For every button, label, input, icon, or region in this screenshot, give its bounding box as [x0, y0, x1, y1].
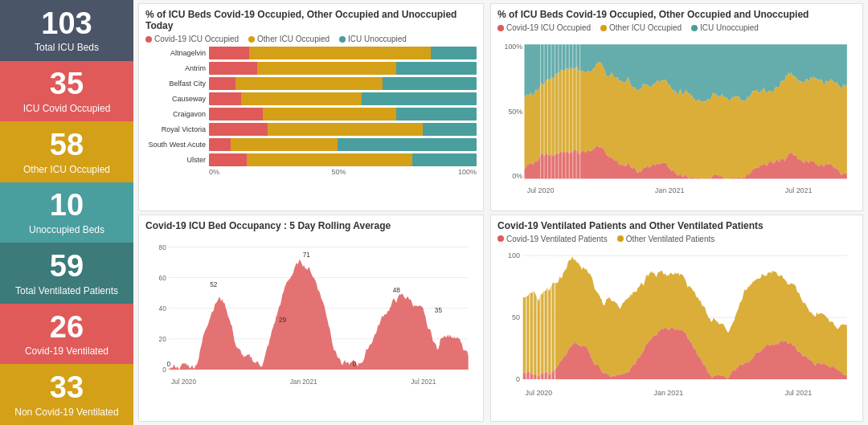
x-label: Jul 2021: [784, 389, 812, 397]
bar-label: Antrim: [145, 64, 206, 72]
bar-track: [209, 108, 477, 121]
stat-card: 26 Covid-19 Ventilated: [0, 304, 133, 365]
bar-segment-covid: [209, 138, 231, 151]
stat-label: Total ICU Beds: [35, 42, 99, 53]
stat-number: 33: [50, 371, 84, 405]
bar-row: Causeway: [145, 92, 477, 105]
bar-segment-covid: [209, 108, 263, 121]
bar-track: [209, 138, 477, 151]
legend-dot: [497, 25, 504, 31]
annotation: 29: [279, 316, 287, 323]
x-label: Jan 2021: [654, 389, 684, 397]
bar-segment-other: [231, 138, 338, 151]
legend-item: Other ICU Occupied: [248, 35, 330, 43]
stat-card: 103 Total ICU Beds: [0, 0, 133, 61]
bar-segment-unoccupied: [396, 108, 477, 121]
stat-number: 35: [50, 67, 84, 101]
legend-label: Covid-19 ICU Occupied: [506, 23, 591, 32]
bottom-left-title: Covid-19 ICU Bed Occupancy : 5 Day Rolli…: [145, 220, 477, 231]
legend-dot: [617, 235, 624, 242]
bar-segment-other: [235, 77, 383, 90]
bar-label: Ulster: [145, 156, 206, 164]
legend-label: Other Ventilated Patients: [626, 235, 715, 243]
bar-track: [209, 92, 477, 105]
legend-dot: [497, 235, 504, 242]
bar-segment-covid: [209, 92, 241, 105]
main-content: % of ICU Beds Covid-19 Occupied, Other O…: [133, 0, 868, 425]
bar-segment-unoccupied: [396, 62, 477, 75]
x-label: Jul 2020: [171, 378, 197, 386]
bar-label: Royal Victoria: [145, 125, 206, 133]
legend-dot: [691, 25, 698, 31]
bottom-right-chart-panel: Covid-19 Ventilated Patients and Other V…: [490, 215, 863, 423]
stat-number: 59: [50, 250, 84, 284]
stat-label: Total Ventilated Patients: [15, 285, 118, 296]
bar-row: Craigavon: [145, 108, 477, 121]
bar-segment-covid: [209, 77, 235, 90]
stat-number: 58: [50, 129, 84, 162]
legend-dot: [248, 36, 255, 43]
bottom-right-svg: 0 50 100 Jul 2020 Jan 2021 Jul 2021: [497, 247, 856, 399]
bar-chart-body: Altnagelvin Antrim Belfast City Causeway…: [145, 47, 477, 166]
annotation: 52: [210, 280, 218, 288]
bar-segment-covid: [209, 47, 249, 59]
bar-x-axis: 0%50%100%: [209, 168, 477, 176]
top-right-chart-panel: % of ICU Beds Covid-19 Occupied, Other O…: [490, 3, 863, 211]
bottom-right-legend: Covid-19 Ventilated PatientsOther Ventil…: [497, 235, 856, 243]
y-label: 100: [508, 251, 520, 259]
bar-row: Antrim: [145, 62, 477, 75]
legend-label: Other ICU Occupied: [609, 23, 682, 32]
bottom-left-svg: 0 20 40 60 80 052297104835 Jul 2020 Jan …: [145, 235, 477, 388]
bar-segment-other: [241, 92, 362, 105]
bar-segment-unoccupied: [383, 77, 477, 90]
stat-card: 35 ICU Covid Occupied: [0, 61, 133, 122]
y-label: 60: [159, 274, 167, 281]
bar-segment-unoccupied: [423, 123, 477, 136]
legend-label: ICU Unoccupied: [700, 23, 759, 32]
annotation: 35: [435, 307, 443, 314]
annotation: 0: [353, 360, 357, 367]
bottom-left-chart-panel: Covid-19 ICU Bed Occupancy : 5 Day Rolli…: [138, 215, 484, 423]
y-label: 50%: [508, 108, 522, 116]
y-label: 20: [159, 335, 167, 342]
bar-segment-other: [268, 123, 423, 136]
legend-item: ICU Unoccupied: [691, 23, 759, 32]
legend-item: Covid-19 ICU Occupied: [145, 35, 239, 43]
bottom-left-chart-area: 0 20 40 60 80 052297104835 Jul 2020 Jan …: [145, 235, 477, 391]
legend-item: Other Ventilated Patients: [617, 235, 715, 243]
legend-item: Other ICU Occupied: [600, 23, 682, 32]
bar-row: Royal Victoria: [145, 123, 477, 136]
top-right-chart-area: 100% 50% 0% Jul 2020 Jan 2021 Jul 2021: [497, 35, 856, 200]
bar-label: Altnagelvin: [145, 49, 206, 57]
bar-segment-other: [257, 62, 396, 75]
bar-row: Ulster: [145, 153, 477, 166]
bar-segment-covid: [209, 153, 247, 166]
bar-row: Belfast City: [145, 77, 477, 90]
charts-bottom-row: Covid-19 ICU Bed Occupancy : 5 Day Rolli…: [138, 215, 863, 423]
bar-label: Belfast City: [145, 80, 206, 88]
charts-top-row: % of ICU Beds Covid-19 Occupied, Other O…: [138, 3, 863, 211]
top-right-title: % of ICU Beds Covid-19 Occupied, Other O…: [497, 9, 856, 20]
x-label: Jul 2021: [785, 186, 813, 194]
bar-track: [209, 153, 477, 166]
y-label: 0: [162, 366, 166, 373]
bar-label: Causeway: [145, 95, 206, 103]
bar-chart-legend: Covid-19 ICU OccupiedOther ICU OccupiedI…: [145, 35, 477, 43]
x-label: Jul 2020: [526, 389, 553, 397]
legend-dot: [600, 25, 607, 31]
bar-chart-title: % of ICU Beds Covid-19 Occupied, Other O…: [145, 9, 477, 31]
bottom-right-title: Covid-19 Ventilated Patients and Other V…: [497, 220, 856, 231]
stat-label: Other ICU Occupied: [23, 164, 110, 175]
annotation: 0: [167, 360, 171, 367]
bar-segment-unoccupied: [431, 47, 477, 59]
bar-label: Craigavon: [145, 110, 206, 118]
bar-segment-other: [263, 108, 397, 121]
stat-label: Covid-19 Ventilated: [25, 345, 108, 357]
bar-segment-other: [249, 47, 431, 59]
x-axis-label: 50%: [331, 168, 346, 176]
y-label: 0%: [512, 172, 522, 180]
bar-row: Altnagelvin: [145, 47, 477, 59]
legend-label: Covid-19 ICU Occupied: [154, 35, 239, 43]
bar-track: [209, 47, 477, 59]
stat-card: 10 Unoccupied Beds: [0, 182, 133, 243]
